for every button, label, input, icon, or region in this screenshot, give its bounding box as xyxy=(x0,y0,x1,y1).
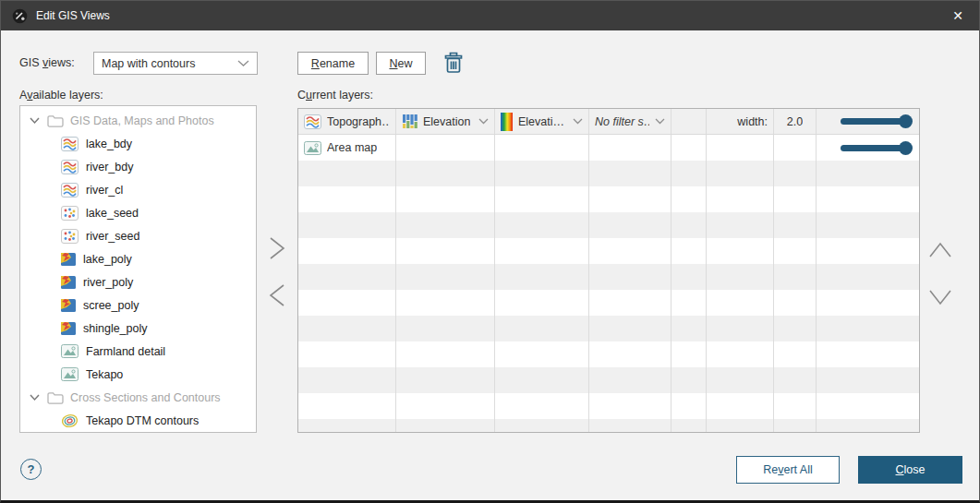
category-colouring-icon xyxy=(402,114,417,129)
help-button[interactable]: ? xyxy=(20,459,42,480)
table-cell xyxy=(817,419,919,433)
contours-icon xyxy=(61,413,79,428)
tree-layer-row[interactable]: river_cl xyxy=(20,178,256,201)
slider-track[interactable] xyxy=(841,118,906,125)
tree-layer-row[interactable]: Tekapo DTM contours xyxy=(20,409,256,432)
table-row[interactable]: Topograph…ElevationElevati…No filter s…w… xyxy=(298,109,919,135)
table-cell xyxy=(589,393,671,419)
cell-dropdown[interactable]: Elevation xyxy=(396,109,495,134)
cell-text: Elevati… xyxy=(518,115,564,128)
tree-layer-row[interactable]: lake_poly xyxy=(20,247,256,270)
chevron-up-icon xyxy=(927,239,953,261)
gis-views-app-icon xyxy=(12,8,28,24)
tree-folder-row[interactable]: GIS Data, Maps and Photos xyxy=(20,109,256,132)
table-cell xyxy=(671,212,707,238)
table-cell xyxy=(298,341,396,367)
gis-lines-icon xyxy=(304,114,321,129)
table-cell xyxy=(396,316,495,341)
table-cell xyxy=(774,393,817,419)
close-icon[interactable]: ✕ xyxy=(937,1,979,30)
tree-item-label: river_cl xyxy=(86,184,123,197)
table-cell xyxy=(671,264,707,290)
tree-expand-chevron-icon[interactable] xyxy=(29,114,41,126)
table-row xyxy=(298,393,919,419)
folder-icon xyxy=(47,391,64,404)
table-cell xyxy=(774,238,817,264)
cell-text: width: xyxy=(737,115,768,128)
slider-knob[interactable] xyxy=(899,114,913,128)
table-cell xyxy=(396,212,495,238)
remove-layer-button[interactable] xyxy=(264,281,290,309)
table-cell xyxy=(707,316,774,341)
chevron-down-nav-icon xyxy=(927,286,953,308)
table-cell xyxy=(495,212,589,238)
tree-item-label: river_poly xyxy=(83,276,133,289)
tree-layer-row[interactable]: river_bdy xyxy=(20,155,256,178)
table-cell xyxy=(774,135,817,161)
table-cell xyxy=(589,419,671,433)
table-cell xyxy=(495,290,589,316)
table-cell xyxy=(707,290,774,316)
table-cell xyxy=(495,238,589,264)
layer-name-cell[interactable]: Area map xyxy=(298,135,396,161)
table-cell xyxy=(671,186,707,212)
tree-expand-chevron-icon[interactable] xyxy=(29,391,41,403)
table-cell xyxy=(671,238,707,264)
table-cell xyxy=(396,290,495,316)
current-layers-table: Topograph…ElevationElevati…No filter s…w… xyxy=(297,108,920,433)
revert-all-button[interactable]: Revert All xyxy=(736,456,840,484)
table-cell xyxy=(495,316,589,341)
delete-view-button[interactable] xyxy=(441,49,466,78)
table-cell xyxy=(396,161,495,186)
table-cell xyxy=(589,367,671,393)
table-row xyxy=(298,238,919,264)
slider-track[interactable] xyxy=(841,145,906,151)
table-row xyxy=(298,161,919,186)
opacity-slider-cell[interactable] xyxy=(817,135,919,161)
table-row xyxy=(298,290,919,316)
cell-dropdown[interactable]: Elevati… xyxy=(495,109,589,134)
table-cell xyxy=(589,135,671,161)
table-row xyxy=(298,186,919,212)
table-cell xyxy=(396,186,495,212)
table-cell xyxy=(495,161,589,186)
tree-item-label: Tekapo xyxy=(86,368,123,381)
folder-icon xyxy=(47,114,64,127)
tree-folder-row[interactable]: Cross Sections and Contours xyxy=(20,386,256,409)
tree-item-label: lake_seed xyxy=(86,207,139,220)
new-button[interactable]: New xyxy=(376,52,426,75)
tree-layer-row[interactable]: lake_seed xyxy=(20,201,256,224)
tree-item-label: Tekapo DTM contours xyxy=(86,414,199,427)
move-layer-down-button[interactable] xyxy=(927,283,953,311)
table-cell xyxy=(707,186,774,212)
tree-layer-row[interactable]: lake_bdy xyxy=(20,132,256,155)
table-cell xyxy=(671,161,707,186)
polygon-icon xyxy=(61,253,76,266)
tree-layer-row[interactable]: Farmland detail xyxy=(20,340,256,363)
table-row[interactable]: Area map xyxy=(298,135,919,161)
tree-layer-row[interactable]: river_poly xyxy=(20,270,256,293)
table-cell xyxy=(707,341,774,367)
chevron-down-icon xyxy=(237,57,249,70)
tree-layer-row[interactable]: river_seed xyxy=(20,224,256,247)
tree-layer-row[interactable]: Tekapo xyxy=(20,363,256,386)
table-cell xyxy=(774,212,817,238)
tree-layer-row[interactable]: scree_poly xyxy=(20,293,256,317)
table-cell xyxy=(396,264,495,290)
add-layer-button[interactable] xyxy=(264,234,290,262)
tree-layer-row[interactable]: shingle_poly xyxy=(20,317,256,340)
available-layers-label: Available layers: xyxy=(19,89,103,102)
polygon-icon xyxy=(61,322,76,335)
move-layer-up-button[interactable] xyxy=(927,236,953,264)
edit-gis-views-dialog: Edit GIS Views ✕ GIS views: Map with con… xyxy=(0,0,980,503)
table-cell xyxy=(298,264,396,290)
gis-views-select[interactable]: Map with contours xyxy=(93,52,258,75)
layer-name-cell[interactable]: Topograph… xyxy=(298,109,396,134)
opacity-slider-cell[interactable] xyxy=(817,109,919,134)
rename-button[interactable]: Rename xyxy=(297,52,369,75)
cell-dropdown[interactable]: No filter s… xyxy=(589,109,671,134)
gis-views-label: GIS views: xyxy=(19,56,75,69)
table-cell xyxy=(671,290,707,316)
close-button[interactable]: Close xyxy=(858,456,962,484)
slider-knob[interactable] xyxy=(899,141,913,155)
